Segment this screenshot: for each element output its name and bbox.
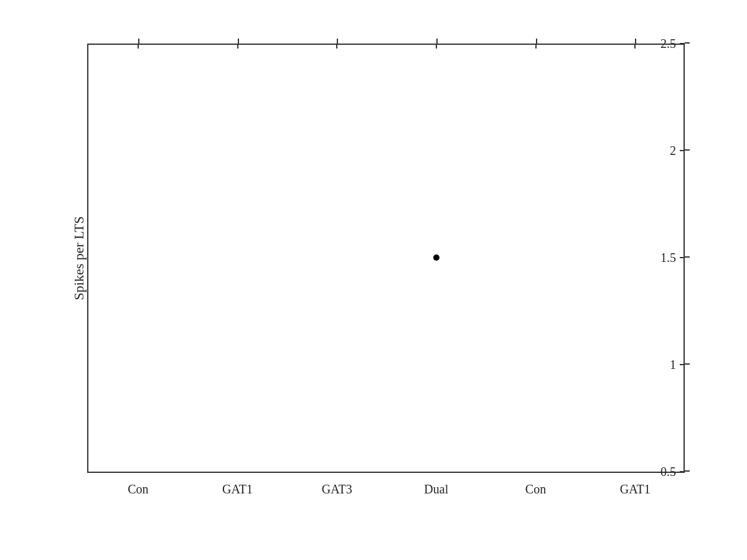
x-tick bbox=[635, 39, 636, 44]
x-tick-label: Dual bbox=[424, 482, 448, 497]
y-tick-right bbox=[680, 43, 685, 44]
y-tick-right bbox=[680, 257, 685, 258]
chart-area: 0.511.522.5ConGAT1GAT3DualConGAT1 bbox=[87, 44, 685, 473]
y-tick bbox=[685, 470, 690, 472]
x-tick-top bbox=[237, 44, 238, 49]
y-tick-label: 0.5 bbox=[660, 465, 676, 479]
y-tick bbox=[685, 256, 690, 258]
y-tick bbox=[685, 42, 690, 44]
y-tick-right bbox=[680, 471, 685, 472]
x-tick bbox=[337, 39, 338, 44]
chart-container: Spikes per LTS 0.511.522.5ConGAT1GAT3Dua… bbox=[31, 25, 716, 535]
x-tick-label: GAT1 bbox=[222, 482, 253, 497]
y-tick-label: 2 bbox=[670, 144, 676, 158]
y-tick-label: 2.5 bbox=[660, 37, 676, 51]
x-tick-label: GAT3 bbox=[322, 482, 352, 497]
x-tick-top bbox=[535, 44, 537, 49]
y-tick bbox=[685, 363, 690, 365]
x-tick bbox=[138, 39, 139, 44]
x-tick-top bbox=[138, 44, 139, 49]
x-tick-label: Con bbox=[525, 482, 546, 497]
y-tick-right bbox=[680, 364, 685, 365]
x-tick-top bbox=[436, 44, 437, 49]
y-tick-label: 1.5 bbox=[660, 251, 676, 265]
x-tick-top bbox=[634, 44, 636, 49]
y-tick-label: 1 bbox=[670, 358, 676, 372]
y-tick-right bbox=[680, 150, 685, 151]
x-tick bbox=[238, 39, 239, 44]
x-tick-top bbox=[336, 44, 337, 49]
x-tick-label: Con bbox=[128, 482, 148, 497]
x-tick bbox=[536, 39, 537, 44]
x-tick-label: GAT1 bbox=[620, 482, 651, 497]
y-tick bbox=[685, 149, 690, 151]
data-point bbox=[433, 254, 439, 261]
y-axis-label: Spikes per LTS bbox=[71, 217, 87, 301]
x-tick bbox=[436, 39, 438, 44]
